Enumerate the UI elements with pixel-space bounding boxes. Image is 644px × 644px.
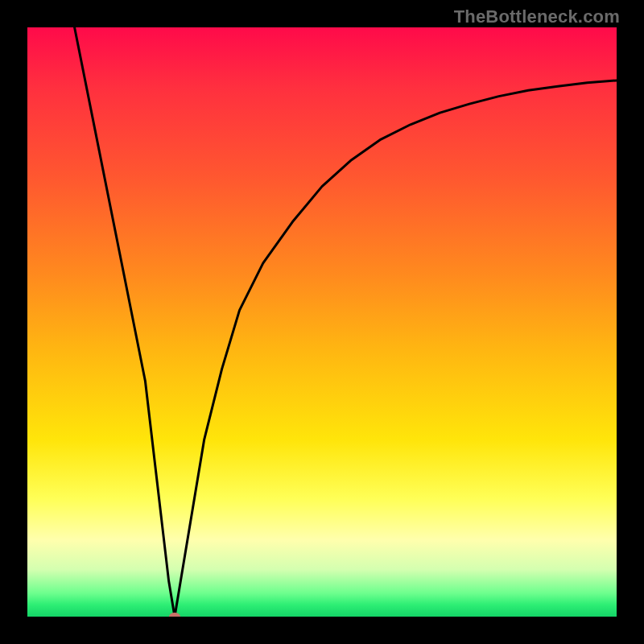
watermark-text: TheBottleneck.com bbox=[454, 6, 620, 27]
minimum-marker bbox=[169, 613, 180, 617]
bottleneck-curve bbox=[75, 27, 617, 617]
chart-frame: TheBottleneck.com bbox=[0, 0, 644, 644]
plot-area bbox=[27, 27, 617, 617]
curve-svg bbox=[27, 27, 617, 617]
